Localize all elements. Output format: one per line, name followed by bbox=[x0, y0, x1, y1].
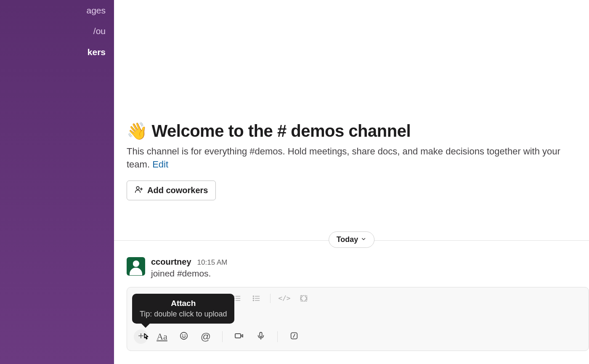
codeblock-button[interactable] bbox=[296, 292, 312, 305]
formatting-icon: Aa bbox=[157, 331, 167, 342]
edit-description-link[interactable]: Edit bbox=[152, 159, 168, 170]
sidebar-item-label: /ou bbox=[93, 26, 106, 36]
tooltip-subtitle: Tip: double click to upload bbox=[140, 310, 227, 319]
audio-clip-button[interactable] bbox=[253, 329, 269, 345]
svg-point-0 bbox=[136, 186, 139, 189]
action-separator bbox=[222, 331, 223, 342]
video-clip-button[interactable] bbox=[231, 329, 247, 345]
svg-point-5 bbox=[180, 332, 188, 339]
message-time: 10:15 AM bbox=[197, 258, 228, 267]
avatar[interactable] bbox=[127, 257, 145, 276]
message-composer: B I S </> bbox=[127, 287, 589, 351]
welcome-title-text: Welcome to the # demos channel bbox=[152, 122, 411, 141]
svg-rect-8 bbox=[235, 334, 241, 338]
svg-point-3 bbox=[253, 300, 254, 301]
sidebar-item-0[interactable]: ages bbox=[0, 3, 114, 17]
attach-button[interactable] bbox=[134, 329, 148, 344]
svg-point-1 bbox=[253, 296, 254, 297]
emoji-button[interactable] bbox=[176, 329, 192, 345]
add-coworkers-label: Add coworkers bbox=[147, 186, 208, 195]
date-label: Today bbox=[337, 235, 358, 244]
wave-emoji: 👋 bbox=[127, 121, 148, 141]
mention-button[interactable]: @ bbox=[198, 329, 214, 345]
svg-point-7 bbox=[185, 335, 185, 335]
person-add-icon bbox=[135, 185, 143, 196]
tooltip-title: Attach bbox=[140, 299, 227, 308]
svg-point-6 bbox=[183, 335, 183, 335]
chevron-down-icon bbox=[361, 235, 366, 244]
shortcuts-button[interactable] bbox=[286, 329, 302, 345]
sidebar-item-label: kers bbox=[88, 47, 106, 57]
message-row: ccourtney 10:15 AM joined #demos. bbox=[114, 257, 589, 279]
main-content: 👋 Welcome to the # demos channel This ch… bbox=[114, 0, 589, 364]
svg-rect-9 bbox=[260, 332, 262, 337]
message-author[interactable]: ccourtney bbox=[151, 257, 191, 267]
add-coworkers-button[interactable]: Add coworkers bbox=[127, 181, 216, 200]
channel-welcome-title: 👋 Welcome to the # demos channel bbox=[127, 121, 576, 141]
sidebar: ages /ou kers bbox=[0, 0, 114, 364]
sidebar-item-label: ages bbox=[86, 5, 106, 15]
at-icon: @ bbox=[201, 331, 211, 343]
plus-icon bbox=[137, 332, 145, 341]
formatting-toggle[interactable]: Aa bbox=[154, 329, 170, 345]
svg-rect-4 bbox=[301, 295, 307, 301]
welcome-desc-text: This channel is for everything #demos. H… bbox=[127, 146, 560, 170]
mic-icon bbox=[256, 331, 265, 342]
slash-icon bbox=[289, 331, 299, 342]
composer-actions: Aa @ bbox=[127, 324, 589, 351]
smile-icon bbox=[179, 331, 188, 342]
attach-tooltip: Attach Tip: double click to upload bbox=[132, 294, 234, 324]
sidebar-item-1[interactable]: /ou bbox=[0, 24, 114, 38]
action-separator bbox=[277, 331, 278, 342]
message-body: joined #demos. bbox=[151, 268, 576, 279]
message-content: ccourtney 10:15 AM joined #demos. bbox=[151, 257, 576, 279]
channel-welcome-desc: This channel is for everything #demos. H… bbox=[127, 145, 576, 171]
code-button[interactable]: </> bbox=[276, 292, 292, 305]
video-icon bbox=[234, 331, 244, 343]
date-divider: Today bbox=[114, 231, 589, 232]
toolbar-separator bbox=[270, 294, 271, 303]
channel-welcome: 👋 Welcome to the # demos channel This ch… bbox=[114, 121, 589, 200]
composer-wrap: B I S </> bbox=[114, 287, 589, 351]
date-pill[interactable]: Today bbox=[329, 231, 375, 248]
bullet-list-button[interactable] bbox=[248, 292, 264, 305]
avatar-icon bbox=[127, 257, 145, 276]
sidebar-item-2[interactable]: kers bbox=[0, 45, 114, 59]
svg-point-2 bbox=[253, 298, 254, 299]
